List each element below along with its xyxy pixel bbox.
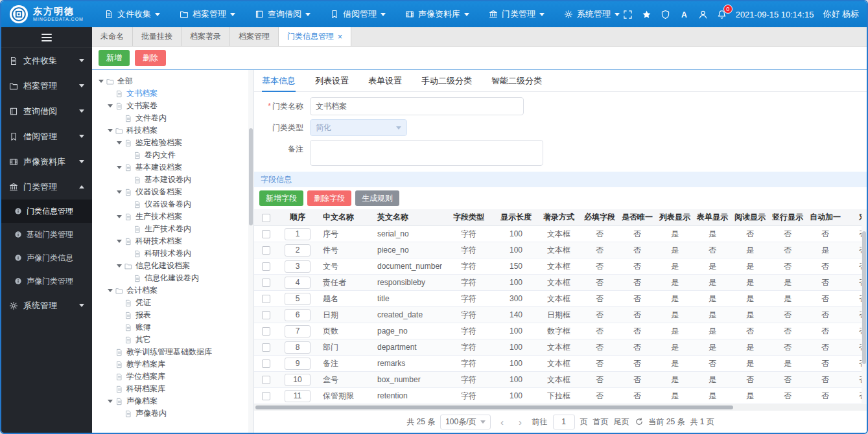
table-row[interactable]: 10盒号box_number字符100文本框否否是是否否否否 bbox=[254, 372, 867, 388]
row-checkbox[interactable] bbox=[262, 360, 270, 368]
top-menu-query-borrow[interactable]: 查询借阅 bbox=[255, 8, 311, 20]
add-button[interactable]: 新增 bbox=[99, 50, 130, 66]
row-checkbox[interactable] bbox=[262, 295, 270, 303]
tree-node[interactable]: 学位档案库 bbox=[97, 371, 247, 383]
sidebar-subitem-basic-category-management[interactable]: 基础门类管理 bbox=[1, 223, 92, 246]
tab-archive-entry[interactable]: 档案著录 bbox=[182, 27, 230, 46]
tree-node[interactable]: 科技档案 bbox=[97, 124, 247, 137]
tree-node[interactable]: 文书档案 bbox=[97, 87, 247, 100]
content-tab-basic-info[interactable]: 基本信息 bbox=[262, 70, 296, 91]
sidebar-subitem-media-category-info[interactable]: 声像门类信息 bbox=[1, 246, 92, 269]
top-menu-file-collection[interactable]: 文件收集 bbox=[104, 8, 160, 20]
top-menu-archive-management[interactable]: 档案管理 bbox=[180, 8, 235, 20]
tree-node[interactable]: 会计档案 bbox=[97, 284, 247, 297]
order-input[interactable]: 11 bbox=[285, 390, 311, 402]
top-menu-category-management[interactable]: 门类管理 bbox=[489, 8, 545, 20]
tree-node[interactable]: 基本建设卷内 bbox=[97, 174, 247, 186]
sidebar-item-category-management[interactable]: 门类管理 bbox=[1, 174, 92, 200]
order-input[interactable]: 3 bbox=[285, 260, 311, 273]
sidebar-item-file-collection[interactable]: 文件收集 bbox=[1, 48, 92, 73]
last-page-link[interactable]: 尾页 bbox=[614, 417, 629, 428]
tab-batch-link[interactable]: 批量挂接 bbox=[133, 27, 182, 46]
tree-node[interactable]: 报表 bbox=[97, 309, 247, 321]
tree-node[interactable]: 信息化建设卷内 bbox=[97, 272, 247, 284]
add-field-button[interactable]: 新增字段 bbox=[259, 190, 303, 206]
tree-node[interactable]: 生产技术卷内 bbox=[97, 223, 247, 235]
top-menu-media-library[interactable]: 声像资料库 bbox=[405, 8, 469, 20]
table-horizontal-scrollbar[interactable] bbox=[254, 404, 867, 411]
delete-button[interactable]: 删除 bbox=[135, 50, 166, 66]
tree-node[interactable]: 全部 bbox=[97, 75, 247, 87]
table-row[interactable]: 2件号piece_no字符100文本框否否是否是否是否 bbox=[254, 242, 867, 258]
tree-node[interactable]: 凭证 bbox=[97, 297, 247, 309]
row-checkbox[interactable] bbox=[262, 279, 270, 287]
tree-node[interactable]: 生产技术档案 bbox=[97, 211, 247, 223]
sidebar-item-query-borrow[interactable]: 查询借阅 bbox=[1, 98, 92, 124]
tree-node[interactable]: 卷内文件 bbox=[97, 149, 247, 161]
tree-scrollbar[interactable] bbox=[248, 70, 253, 433]
table-vertical-scrollbar[interactable] bbox=[862, 209, 867, 404]
row-checkbox[interactable] bbox=[262, 262, 270, 271]
order-input[interactable]: 1 bbox=[285, 228, 311, 240]
sidebar-collapse-button[interactable] bbox=[1, 27, 92, 48]
sidebar-item-archive-management[interactable]: 档案管理 bbox=[1, 73, 92, 98]
table-row[interactable]: 6日期created_date字符140日期框否否是是是否否否 bbox=[254, 307, 867, 323]
row-checkbox[interactable] bbox=[262, 376, 270, 384]
tree-node[interactable]: 鉴定检验档案 bbox=[97, 137, 247, 149]
row-checkbox[interactable] bbox=[262, 230, 270, 238]
tree-node[interactable]: 信息化建设档案 bbox=[97, 260, 247, 272]
tree-node[interactable]: 科研技术卷内 bbox=[97, 247, 247, 260]
tree-node[interactable]: 教学档案库 bbox=[97, 358, 247, 371]
content-tab-list-settings[interactable]: 列表设置 bbox=[315, 70, 349, 91]
order-input[interactable]: 4 bbox=[285, 277, 311, 289]
table-row[interactable]: 9备注remarks字符100文本框否否是否是是否否 bbox=[254, 356, 867, 372]
order-input[interactable]: 9 bbox=[285, 358, 311, 370]
tree-node[interactable]: 仪器设备档案 bbox=[97, 186, 247, 198]
tab-category-info-management[interactable]: 门类信息管理× bbox=[279, 27, 351, 46]
order-input[interactable]: 8 bbox=[285, 341, 311, 354]
select-all-checkbox[interactable] bbox=[262, 214, 270, 222]
row-checkbox[interactable] bbox=[262, 311, 270, 319]
tree-node[interactable]: 文件卷内 bbox=[97, 112, 247, 124]
user-icon[interactable] bbox=[698, 10, 708, 19]
prev-page-button[interactable]: ‹ bbox=[496, 415, 509, 429]
tree-node[interactable]: 科研技术档案 bbox=[97, 235, 247, 247]
sidebar-item-borrow-management[interactable]: 借阅管理 bbox=[1, 124, 92, 149]
tree-node[interactable]: 声像档案 bbox=[97, 395, 247, 407]
order-input[interactable]: 10 bbox=[285, 374, 311, 386]
row-checkbox[interactable] bbox=[262, 392, 270, 400]
table-row[interactable]: 5题名title字符300文本框否否是是是是否否 bbox=[254, 291, 867, 307]
order-input[interactable]: 2 bbox=[285, 244, 311, 257]
fullscreen-icon[interactable] bbox=[623, 10, 633, 19]
table-vscroll-thumb[interactable] bbox=[862, 231, 866, 364]
star-icon[interactable] bbox=[642, 10, 651, 19]
sidebar-item-system-management[interactable]: 系统管理 bbox=[1, 293, 92, 318]
user-greeting[interactable]: 你好 杨标 bbox=[823, 8, 859, 20]
tree-node[interactable]: 账簿 bbox=[97, 321, 247, 334]
tree-node[interactable]: 文书案卷 bbox=[97, 100, 247, 112]
tab-untitled[interactable]: 未命名 bbox=[92, 27, 133, 46]
order-input[interactable]: 6 bbox=[285, 309, 311, 321]
notifications-button[interactable]: 0 bbox=[717, 10, 727, 19]
delete-field-button[interactable]: 删除字段 bbox=[307, 190, 351, 206]
category-type-select[interactable]: 简化 bbox=[310, 119, 407, 136]
table-row[interactable]: 8部门department字符100文本框否否是是是否否否 bbox=[254, 339, 867, 356]
row-checkbox[interactable] bbox=[262, 327, 270, 336]
order-input[interactable]: 7 bbox=[285, 325, 311, 337]
content-tab-manual-subcategory[interactable]: 手动二级分类 bbox=[421, 70, 472, 91]
tree-node[interactable]: 其它 bbox=[97, 334, 247, 346]
tree-node[interactable]: 声像卷内 bbox=[97, 407, 247, 420]
table-row[interactable]: 1序号serial_no字符100文本框否否是是否否否否 bbox=[254, 226, 867, 242]
table-row[interactable]: 3文号document_number字符150文本框否否是是是否否否 bbox=[254, 258, 867, 275]
row-checkbox[interactable] bbox=[262, 246, 270, 255]
table-row[interactable]: 4责任者responsibleby字符100文本框否否是是是是否否 bbox=[254, 275, 867, 291]
sidebar-subitem-category-info-management[interactable]: 门类信息管理 bbox=[1, 200, 92, 223]
close-tab-icon[interactable]: × bbox=[338, 32, 342, 41]
table-hscroll-thumb[interactable] bbox=[255, 405, 733, 409]
content-tab-smart-subcategory[interactable]: 智能二级分类 bbox=[491, 70, 542, 91]
generate-rule-button[interactable]: 生成规则 bbox=[355, 190, 399, 206]
top-menu-borrow-management[interactable]: 借阅管理 bbox=[330, 8, 386, 20]
sidebar-subitem-media-category-management[interactable]: 声像门类管理 bbox=[1, 269, 92, 293]
note-textarea[interactable] bbox=[310, 140, 543, 166]
tree-node[interactable]: 仪器设备卷内 bbox=[97, 198, 247, 211]
